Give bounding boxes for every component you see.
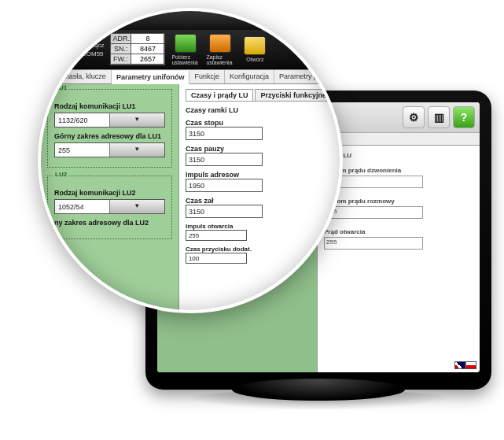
lu2-range-label: ny zakres adresowy dla LU2: [54, 219, 165, 227]
connection-tile-icon[interactable]: [49, 36, 75, 63]
czas-pauzy-input[interactable]: 3150: [186, 153, 263, 166]
app-icon: [47, 15, 58, 26]
tab-config[interactable]: Konfiguracja: [225, 70, 274, 83]
lu1-comm-select[interactable]: 1132/620 ▾: [54, 113, 165, 128]
adr-label: ADR.:: [111, 34, 131, 44]
back-help-button[interactable]: ?: [453, 106, 475, 128]
czas-przycisku-label: Czas przycisku dodat.: [186, 246, 333, 253]
open-icon: [244, 36, 266, 55]
open-button[interactable]: Otwórz: [241, 36, 269, 62]
flag-uk-icon[interactable]: [454, 361, 465, 369]
magnifier-lens: MEvMfd Rozłącz COM55 ADR.:8 SN.:8467 FW.…: [38, 8, 343, 313]
lu1-range-select[interactable]: 255 ▾: [54, 142, 165, 157]
lu2-comm-value: 1052/54: [55, 203, 109, 211]
czas-zal-label: Czas zał: [186, 197, 333, 205]
czas-pauzy-label: Czas pauzy: [186, 145, 333, 153]
download-settings-button[interactable]: Pobierz ustawienia: [171, 34, 200, 65]
tab-uniphone-params[interactable]: Parametry unifonów: [112, 71, 190, 84]
front-control-panel: Rozłącz COM55 ADR.:8 SN.:8467 FW.:2657 P…: [41, 30, 340, 69]
czas-przycisku-input[interactable]: 100: [186, 253, 247, 264]
sn-value: 8467: [131, 44, 164, 54]
monitor-stand: [232, 379, 405, 401]
chevron-down-icon: ▾: [109, 200, 164, 213]
czas-stopu-label: Czas stopu: [186, 119, 333, 127]
talk-current-input[interactable]: 255: [324, 206, 423, 219]
back-right-panel: Prądy LU Poziom prądu dzwonienia 180 Poz…: [318, 146, 480, 372]
lu1-group: LU1 Rodzaj komunikacji LU1 1132/620 ▾ Gó…: [47, 89, 172, 168]
back-toolbar-button-1[interactable]: ⚙: [403, 106, 425, 128]
back-toolbar-button-2[interactable]: ▥: [428, 106, 450, 128]
tab-keys[interactable]: Kody, hasła, klucze: [41, 70, 112, 83]
front-left-panel: LU1 Rodzaj komunikacji LU1 1132/620 ▾ Gó…: [41, 84, 179, 313]
device-icon: ▥: [434, 111, 444, 124]
impuls-otw-label: Impuls otwarcia: [186, 223, 333, 230]
device-info-grid: ADR.:8 SN.:8467 FW.:2657: [110, 33, 165, 65]
flag-pl-icon[interactable]: [465, 361, 476, 369]
impuls-label: Impuls adresow: [186, 171, 333, 179]
sn-label: SN.:: [111, 44, 131, 54]
disconnect-label[interactable]: Rozłącz: [82, 41, 104, 50]
fw-value: 2657: [131, 54, 164, 65]
lu1-range-value: 255: [55, 146, 109, 154]
language-flags[interactable]: [454, 361, 476, 369]
download-label: Pobierz ustawienia: [171, 54, 200, 65]
chevron-down-icon: ▾: [109, 113, 164, 127]
tab-panel-params[interactable]: Parametry paneli: [274, 70, 338, 83]
lu1-range-label: Górny zakres adresowy dla LU1: [54, 132, 165, 140]
front-main-tabs: Kody, hasła, klucze Parametry unifonów F…: [41, 69, 340, 84]
app-title: MEvMfd: [63, 17, 92, 25]
sub-tab-times[interactable]: Czasy i prądy LU: [186, 89, 254, 101]
tab-di[interactable]: Di: [338, 70, 343, 83]
impuls-otw-input[interactable]: 255: [186, 230, 247, 241]
save-settings-button[interactable]: Zapisz ustawienia: [206, 34, 234, 65]
lu2-comm-label: Rodzaj komunikacji LU2: [54, 189, 165, 197]
open-current-label: Prąd otwarcia: [324, 228, 473, 235]
connection-labels: Rozłącz COM55: [82, 41, 104, 58]
save-icon: [209, 34, 231, 53]
help-icon: ?: [461, 111, 468, 124]
impuls-input[interactable]: 1950: [186, 179, 263, 192]
frame-times-section: Czasy ramki LU: [186, 106, 333, 114]
front-sub-tabs: Czasy i prądy LU Przyciski funkcyjne: [186, 89, 333, 102]
front-titlebar: MEvMfd: [41, 11, 340, 30]
adr-value: 8: [131, 34, 164, 44]
chevron-down-icon: ▾: [109, 143, 164, 157]
lu1-comm-value: 1132/620: [55, 116, 109, 124]
fw-label: FW.:: [111, 54, 131, 65]
ring-current-label: Poziom prądu dzwonienia: [324, 167, 473, 174]
com-port-label: COM55: [82, 50, 104, 58]
back-right-title: Prądy LU: [324, 152, 473, 159]
lu1-comm-label: Rodzaj komunikacji LU1: [54, 102, 165, 110]
lu2-legend: LU2: [53, 171, 69, 178]
lu1-legend: LU1: [53, 84, 69, 91]
gear-icon: ⚙: [409, 111, 419, 124]
tab-functions[interactable]: Funkcje: [189, 70, 225, 83]
sub-tab-buttons[interactable]: Przyciski funkcyjne: [255, 89, 332, 101]
open-current-input[interactable]: 255: [324, 237, 423, 250]
lu2-comm-select[interactable]: 1052/54 ▾: [54, 199, 165, 214]
czas-stopu-input[interactable]: 3150: [186, 127, 263, 140]
czas-zal-input[interactable]: 3150: [186, 205, 263, 218]
lu2-group: LU2 Rodzaj komunikacji LU2 1052/54 ▾ ny …: [47, 176, 172, 239]
save-label: Zapisz ustawienia: [206, 54, 234, 65]
download-icon: [175, 34, 197, 53]
talk-current-label: Poziom prądu rozmowy: [324, 198, 473, 205]
open-label: Otwórz: [246, 57, 263, 62]
